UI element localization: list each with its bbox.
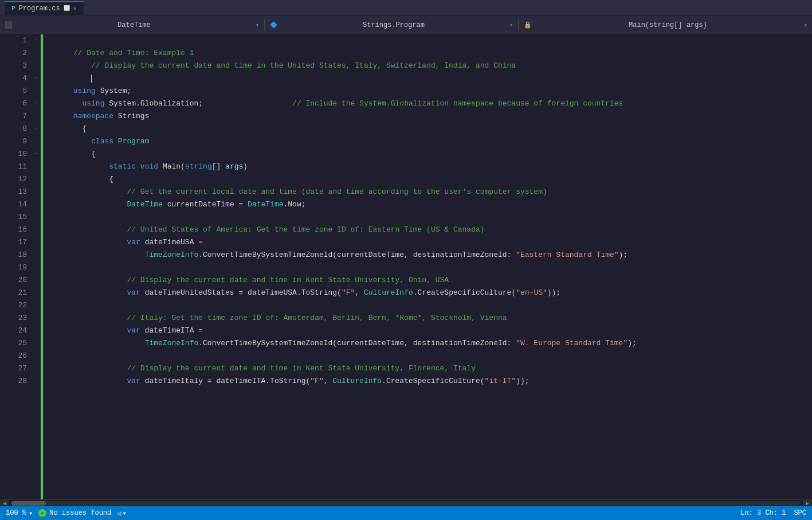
code-line-22: // Italy: Get the time zone ID of: Amste… xyxy=(46,299,812,312)
fold-6[interactable]: − xyxy=(32,97,41,110)
line-num-13: 13 xyxy=(0,186,27,198)
fold-1[interactable]: − xyxy=(32,34,41,47)
nav-separator-2 xyxy=(518,19,519,31)
nav-arrows[interactable]: ◁ ▾ xyxy=(117,509,126,518)
editor: 1 2 3 4 5 6 7 8 9 10 11 12 13 14 15 16 1… xyxy=(0,34,812,499)
nav-dd3-label: Main(string[] args) xyxy=(629,21,707,29)
file-tab[interactable]: P Program.cs ⬜ ✕ xyxy=(5,1,84,15)
line-num-16: 16 xyxy=(0,224,27,236)
method-dropdown[interactable]: 🔒 Main(string[] args) ▾ xyxy=(519,16,812,34)
code-line-5: using System.Globalization; // Include t… xyxy=(46,85,812,97)
fold-24 xyxy=(32,324,41,337)
fold-19 xyxy=(32,261,41,274)
line-num-26: 26 xyxy=(0,350,27,362)
nav-dd3-icon: 🔒 xyxy=(524,21,532,29)
line-num-7: 7 xyxy=(0,110,27,123)
fold-28 xyxy=(32,375,41,388)
fold-20 xyxy=(32,274,41,287)
scrollbar-track[interactable] xyxy=(11,501,801,506)
encoding-indicator: SPC xyxy=(794,509,806,517)
nav-dropdown-icon[interactable]: ▾ xyxy=(123,509,127,518)
tab-modified-dot: ⬜ xyxy=(64,5,70,11)
code-editor[interactable]: // Date and Time: Example 1 // Display t… xyxy=(44,34,812,499)
line-num-11: 11 xyxy=(0,161,27,173)
line-num-20: 20 xyxy=(0,274,27,287)
line-num-6: 6 xyxy=(0,97,27,110)
code-line-12: // Get the current local date and time (… xyxy=(46,173,812,186)
code-line-26: // Display the current date and time in … xyxy=(46,350,812,362)
tab-filename: Program.cs xyxy=(19,5,60,13)
fold-23 xyxy=(32,312,41,324)
code-line-10: static void Main(string[] args) xyxy=(46,148,812,161)
nav-dd1-label: DateTime xyxy=(117,21,151,29)
nav-dd2-label: Strings.Program xyxy=(363,21,425,29)
fold-12 xyxy=(32,173,41,186)
line-num-5: 5 xyxy=(0,85,27,97)
line-numbers-gutter: 1 2 3 4 5 6 7 8 9 10 11 12 13 14 15 16 1… xyxy=(0,34,32,499)
line-num-28: 28 xyxy=(0,375,27,388)
status-right-section: Ln: 3 Ch: 1 SPC xyxy=(740,509,806,517)
fold-27 xyxy=(32,362,41,375)
fold-18 xyxy=(32,249,41,261)
line-num-15: 15 xyxy=(0,211,27,224)
title-bar: P Program.cs ⬜ ✕ xyxy=(0,0,812,16)
fold-10[interactable]: − xyxy=(32,148,41,161)
fold-25 xyxy=(32,337,41,350)
fold-9 xyxy=(32,135,41,148)
fold-11 xyxy=(32,161,41,173)
fold-4[interactable]: − xyxy=(32,72,41,85)
fold-22 xyxy=(32,299,41,312)
close-tab-button[interactable]: ✕ xyxy=(73,5,77,12)
fold-15 xyxy=(32,211,41,224)
modified-indicator-bar xyxy=(41,34,43,499)
nav-dd1-arrow: ▾ xyxy=(256,22,259,29)
line-num-19: 19 xyxy=(0,261,27,274)
fold-17 xyxy=(32,236,41,249)
line-num-8: 8 xyxy=(0,123,27,135)
line-num-4: 4 xyxy=(0,72,27,85)
fold-3 xyxy=(32,60,41,72)
line-num-22: 22 xyxy=(0,299,27,312)
nav-dd1-icon: ⬛ xyxy=(5,21,13,29)
code-line-19: // Display the current date and time in … xyxy=(46,261,812,274)
cursor-position: Ln: 3 Ch: 1 xyxy=(740,509,786,517)
namespace-dropdown[interactable]: ⬛ DateTime ▾ xyxy=(0,16,264,34)
nav-dd2-icon: 🔷 xyxy=(270,21,278,29)
code-line-7: { xyxy=(46,110,812,123)
fold-8[interactable]: − xyxy=(32,123,41,135)
fold-column: − − − − − xyxy=(32,34,41,499)
zoom-control[interactable]: 100 % ▾ xyxy=(6,509,33,518)
line-num-21: 21 xyxy=(0,287,27,299)
fold-26 xyxy=(32,350,41,362)
fold-21 xyxy=(32,287,41,299)
scroll-left-button[interactable]: ◀ xyxy=(0,500,9,507)
scrollbar-thumb[interactable] xyxy=(11,501,46,506)
line-num-27: 27 xyxy=(0,362,27,375)
nav-left-icon[interactable]: ◁ xyxy=(117,509,121,518)
fold-14 xyxy=(32,198,41,211)
issues-text: No issues found xyxy=(49,509,111,517)
line-num-17: 17 xyxy=(0,236,27,249)
line-num-3: 3 xyxy=(0,60,27,72)
line-num-25: 25 xyxy=(0,337,27,350)
no-issues-icon: ✓ xyxy=(38,509,46,517)
code-line-8: class Program xyxy=(46,123,812,135)
zoom-value: 100 % xyxy=(6,509,26,517)
fold-2 xyxy=(32,47,41,60)
line-num-12: 12 xyxy=(0,173,27,186)
fold-16 xyxy=(32,224,41,236)
code-line-1: // Date and Time: Example 1 xyxy=(46,34,812,47)
issues-indicator[interactable]: ✓ No issues found xyxy=(38,509,111,517)
line-num-18: 18 xyxy=(0,249,27,261)
horizontal-scrollbar[interactable]: ◀ ▶ xyxy=(0,499,812,506)
code-line-9: { xyxy=(46,135,812,148)
code-line-15: // United States of America: Get the tim… xyxy=(46,211,812,224)
class-dropdown[interactable]: 🔷 Strings.Program ▾ xyxy=(265,16,517,34)
nav-dd3-arrow: ▾ xyxy=(804,22,807,29)
line-num-14: 14 xyxy=(0,198,27,211)
line-num-2: 2 xyxy=(0,47,27,60)
fold-7 xyxy=(32,110,41,123)
status-left-section: 100 % ▾ ✓ No issues found ◁ ▾ xyxy=(6,509,127,518)
line-num-1: 1 xyxy=(0,34,27,47)
scroll-right-button[interactable]: ▶ xyxy=(803,500,812,507)
